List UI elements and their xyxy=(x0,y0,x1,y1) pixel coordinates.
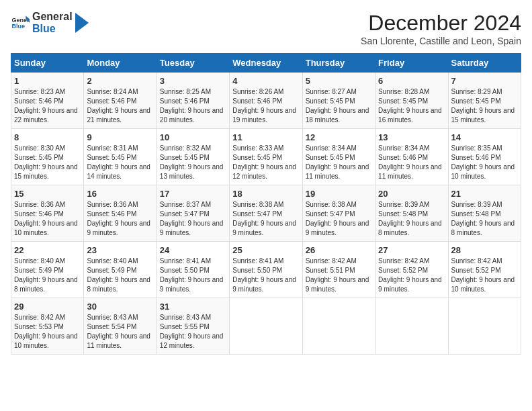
table-cell: 14 Sunrise: 8:35 AM Sunset: 5:46 PM Dayl… xyxy=(448,129,521,185)
table-cell xyxy=(375,298,448,355)
cell-content: Sunrise: 8:32 AM Sunset: 5:45 PM Dayligh… xyxy=(160,144,226,181)
table-cell: 10 Sunrise: 8:32 AM Sunset: 5:45 PM Dayl… xyxy=(157,129,229,185)
day-number: 13 xyxy=(378,132,445,142)
day-number: 29 xyxy=(14,302,81,312)
day-number: 7 xyxy=(451,76,518,86)
day-number: 30 xyxy=(87,302,153,312)
header: General Blue General Blue December 2024 … xyxy=(11,11,521,46)
logo-arrow-icon xyxy=(75,13,89,33)
header-row: SundayMondayTuesdayWednesdayThursdayFrid… xyxy=(11,54,521,73)
table-cell: 1 Sunrise: 8:23 AM Sunset: 5:46 PM Dayli… xyxy=(11,73,84,129)
cell-content: Sunrise: 8:34 AM Sunset: 5:46 PM Dayligh… xyxy=(378,144,445,181)
table-cell: 4 Sunrise: 8:26 AM Sunset: 5:46 PM Dayli… xyxy=(230,73,302,129)
calendar-table: SundayMondayTuesdayWednesdayThursdayFrid… xyxy=(11,53,521,355)
day-number: 5 xyxy=(306,76,372,86)
day-number: 2 xyxy=(87,76,153,86)
cell-content: Sunrise: 8:23 AM Sunset: 5:46 PM Dayligh… xyxy=(14,87,81,125)
cell-content: Sunrise: 8:26 AM Sunset: 5:46 PM Dayligh… xyxy=(232,87,299,125)
day-number: 15 xyxy=(14,189,81,199)
header-thursday: Thursday xyxy=(302,54,375,73)
table-cell xyxy=(230,298,302,355)
table-cell: 29 Sunrise: 8:42 AM Sunset: 5:53 PM Dayl… xyxy=(11,298,84,355)
table-cell xyxy=(302,298,375,355)
day-number: 14 xyxy=(451,132,518,142)
table-cell: 8 Sunrise: 8:30 AM Sunset: 5:45 PM Dayli… xyxy=(11,129,84,185)
table-cell xyxy=(448,298,521,355)
table-cell: 21 Sunrise: 8:39 AM Sunset: 5:48 PM Dayl… xyxy=(448,185,521,242)
day-number: 22 xyxy=(14,245,81,255)
cell-content: Sunrise: 8:39 AM Sunset: 5:48 PM Dayligh… xyxy=(378,200,445,238)
day-number: 20 xyxy=(378,189,445,199)
cell-content: Sunrise: 8:24 AM Sunset: 5:46 PM Dayligh… xyxy=(87,87,153,125)
header-tuesday: Tuesday xyxy=(157,54,229,73)
title-area: December 2024 San Llorente, Castille and… xyxy=(361,11,521,46)
table-cell: 26 Sunrise: 8:42 AM Sunset: 5:51 PM Dayl… xyxy=(302,242,375,298)
day-number: 27 xyxy=(378,245,445,255)
month-title: December 2024 xyxy=(361,11,521,36)
logo: General Blue General Blue xyxy=(11,11,89,35)
table-cell: 13 Sunrise: 8:34 AM Sunset: 5:46 PM Dayl… xyxy=(375,129,448,185)
table-cell: 6 Sunrise: 8:28 AM Sunset: 5:45 PM Dayli… xyxy=(375,73,448,129)
header-monday: Monday xyxy=(84,54,157,73)
table-cell: 12 Sunrise: 8:34 AM Sunset: 5:45 PM Dayl… xyxy=(302,129,375,185)
cell-content: Sunrise: 8:42 AM Sunset: 5:52 PM Dayligh… xyxy=(378,257,445,294)
day-number: 6 xyxy=(378,76,445,86)
header-saturday: Saturday xyxy=(448,54,521,73)
header-sunday: Sunday xyxy=(11,54,84,73)
table-cell: 2 Sunrise: 8:24 AM Sunset: 5:46 PM Dayli… xyxy=(84,73,157,129)
day-number: 3 xyxy=(160,76,226,86)
table-cell: 15 Sunrise: 8:36 AM Sunset: 5:46 PM Dayl… xyxy=(11,185,84,242)
day-number: 21 xyxy=(451,189,518,199)
day-number: 25 xyxy=(232,245,299,255)
day-number: 12 xyxy=(306,132,372,142)
table-cell: 17 Sunrise: 8:37 AM Sunset: 5:47 PM Dayl… xyxy=(157,185,229,242)
cell-content: Sunrise: 8:42 AM Sunset: 5:53 PM Dayligh… xyxy=(14,313,81,351)
cell-content: Sunrise: 8:43 AM Sunset: 5:55 PM Dayligh… xyxy=(160,313,226,351)
header-wednesday: Wednesday xyxy=(230,54,302,73)
table-cell: 16 Sunrise: 8:36 AM Sunset: 5:46 PM Dayl… xyxy=(84,185,157,242)
day-number: 9 xyxy=(87,132,153,142)
cell-content: Sunrise: 8:36 AM Sunset: 5:46 PM Dayligh… xyxy=(14,200,81,238)
svg-marker-4 xyxy=(75,13,89,33)
cell-content: Sunrise: 8:39 AM Sunset: 5:48 PM Dayligh… xyxy=(451,200,518,238)
day-number: 17 xyxy=(160,189,226,199)
cell-content: Sunrise: 8:34 AM Sunset: 5:45 PM Dayligh… xyxy=(306,144,372,181)
day-number: 19 xyxy=(306,189,372,199)
table-cell: 24 Sunrise: 8:41 AM Sunset: 5:50 PM Dayl… xyxy=(157,242,229,298)
day-number: 4 xyxy=(232,76,299,86)
cell-content: Sunrise: 8:31 AM Sunset: 5:45 PM Dayligh… xyxy=(87,144,153,181)
cell-content: Sunrise: 8:28 AM Sunset: 5:45 PM Dayligh… xyxy=(378,87,445,125)
day-number: 11 xyxy=(232,132,299,142)
table-cell: 27 Sunrise: 8:42 AM Sunset: 5:52 PM Dayl… xyxy=(375,242,448,298)
table-cell: 18 Sunrise: 8:38 AM Sunset: 5:47 PM Dayl… xyxy=(230,185,302,242)
logo-blue-text: Blue xyxy=(32,23,73,35)
location-title: San Llorente, Castille and Leon, Spain xyxy=(361,36,521,46)
day-number: 8 xyxy=(14,132,81,142)
day-number: 24 xyxy=(160,245,226,255)
table-cell: 23 Sunrise: 8:40 AM Sunset: 5:49 PM Dayl… xyxy=(84,242,157,298)
table-cell: 22 Sunrise: 8:40 AM Sunset: 5:49 PM Dayl… xyxy=(11,242,84,298)
day-number: 10 xyxy=(160,132,226,142)
cell-content: Sunrise: 8:27 AM Sunset: 5:45 PM Dayligh… xyxy=(306,87,372,125)
cell-content: Sunrise: 8:40 AM Sunset: 5:49 PM Dayligh… xyxy=(14,257,81,294)
day-number: 26 xyxy=(306,245,372,255)
table-cell: 28 Sunrise: 8:42 AM Sunset: 5:52 PM Dayl… xyxy=(448,242,521,298)
cell-content: Sunrise: 8:36 AM Sunset: 5:46 PM Dayligh… xyxy=(87,200,153,238)
day-number: 18 xyxy=(232,189,299,199)
header-friday: Friday xyxy=(375,54,448,73)
cell-content: Sunrise: 8:43 AM Sunset: 5:54 PM Dayligh… xyxy=(87,313,153,351)
cell-content: Sunrise: 8:42 AM Sunset: 5:51 PM Dayligh… xyxy=(306,257,372,294)
cell-content: Sunrise: 8:35 AM Sunset: 5:46 PM Dayligh… xyxy=(451,144,518,181)
day-number: 31 xyxy=(160,302,226,312)
cell-content: Sunrise: 8:25 AM Sunset: 5:46 PM Dayligh… xyxy=(160,87,226,125)
cell-content: Sunrise: 8:30 AM Sunset: 5:45 PM Dayligh… xyxy=(14,144,81,181)
table-cell: 11 Sunrise: 8:33 AM Sunset: 5:45 PM Dayl… xyxy=(230,129,302,185)
table-cell: 19 Sunrise: 8:38 AM Sunset: 5:47 PM Dayl… xyxy=(302,185,375,242)
day-number: 1 xyxy=(14,76,81,86)
logo-icon: General Blue xyxy=(11,13,30,32)
day-number: 23 xyxy=(87,245,153,255)
table-cell: 7 Sunrise: 8:29 AM Sunset: 5:45 PM Dayli… xyxy=(448,73,521,129)
table-cell: 5 Sunrise: 8:27 AM Sunset: 5:45 PM Dayli… xyxy=(302,73,375,129)
table-cell: 30 Sunrise: 8:43 AM Sunset: 5:54 PM Dayl… xyxy=(84,298,157,355)
cell-content: Sunrise: 8:33 AM Sunset: 5:45 PM Dayligh… xyxy=(232,144,299,181)
